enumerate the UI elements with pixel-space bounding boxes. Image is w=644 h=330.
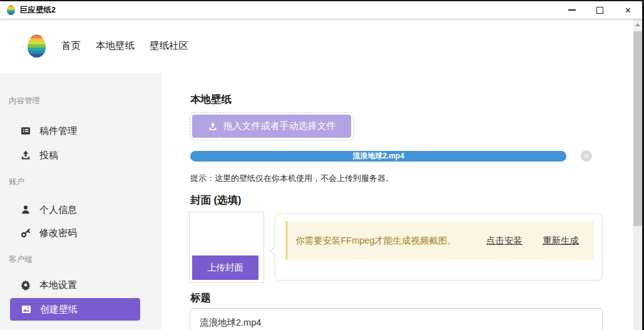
uploaded-filename: 流浪地球2.mp4 xyxy=(190,151,566,162)
upload-icon xyxy=(208,121,218,131)
sidebar-section-account: 账户 xyxy=(9,177,24,187)
upload-progress-bar: 流浪地球2.mp4 xyxy=(190,151,566,162)
sidebar-item-submit[interactable]: 投稿 xyxy=(0,147,161,164)
image-icon xyxy=(21,304,32,315)
select-file-button[interactable]: 拖入文件或者手动选择文件 xyxy=(192,115,351,138)
cover-section-title: 封面 (选填) xyxy=(190,193,242,207)
maximize-icon xyxy=(596,7,603,14)
ffmpeg-warning-alert: 你需要安装FFmpeg才能生成视频截图。 点击安装 重新生成 xyxy=(285,221,594,260)
sidebar-item-label: 稿件管理 xyxy=(39,125,77,137)
scrollbar-thumb[interactable] xyxy=(633,31,642,226)
document-list-icon xyxy=(20,125,31,137)
select-file-label: 拖入文件或者手动选择文件 xyxy=(223,120,336,132)
app-header: 首页 本地壁纸 壁纸社区 xyxy=(0,19,633,73)
sidebar-item-label: 投稿 xyxy=(39,150,58,162)
local-only-hint: 提示：这里的壁纸仅在你本机使用，不会上传到服务器。 xyxy=(190,173,394,184)
main-nav: 首页 本地壁纸 壁纸社区 xyxy=(61,39,188,53)
sidebar-section-content: 内容管理 xyxy=(9,96,40,106)
cover-preview-box: 上传封面 xyxy=(189,212,264,283)
window-title: 巨应壁纸2 xyxy=(20,5,56,16)
person-icon xyxy=(20,204,31,215)
ffmpeg-warning-actions: 点击安装 重新生成 xyxy=(486,235,579,247)
close-icon: ✕ xyxy=(625,6,631,14)
sidebar: 内容管理 稿件管理 投稿 账户 个人信息 修改密码 客户端 本地设置 创建壁纸 xyxy=(0,73,161,330)
close-button[interactable]: ✕ xyxy=(614,1,642,19)
title-field-label: 标题 xyxy=(190,291,211,305)
remove-file-button[interactable]: ✕ xyxy=(581,150,592,162)
minimize-button[interactable] xyxy=(558,1,586,19)
sidebar-item-change-password[interactable]: 修改密码 xyxy=(0,224,161,242)
maximize-button[interactable] xyxy=(586,1,614,19)
app-window: 巨应壁纸2 ✕ 首页 本地壁纸 壁纸社区 内容管理 稿件管理 投稿 账户 个人信… xyxy=(0,0,644,330)
upload-cover-button[interactable]: 上传封面 xyxy=(192,255,258,280)
upload-icon xyxy=(20,150,31,161)
nav-local-wallpaper[interactable]: 本地壁纸 xyxy=(96,39,135,53)
app-logo-icon xyxy=(28,34,46,58)
minimize-icon xyxy=(568,9,576,11)
sidebar-item-create-wallpaper[interactable]: 创建壁纸 xyxy=(10,298,140,321)
sidebar-item-profile[interactable]: 个人信息 xyxy=(0,201,161,219)
window-controls: ✕ xyxy=(558,1,642,19)
nav-wallpaper-community[interactable]: 壁纸社区 xyxy=(150,39,188,53)
page-title: 本地壁纸 xyxy=(190,93,232,106)
sidebar-section-client: 客户端 xyxy=(9,254,33,265)
nav-home[interactable]: 首页 xyxy=(61,39,81,53)
app-logo-icon xyxy=(7,5,15,15)
popover-arrow xyxy=(271,246,277,256)
sidebar-item-label: 个人信息 xyxy=(39,204,77,216)
close-icon: ✕ xyxy=(583,152,589,160)
key-icon xyxy=(20,227,31,239)
file-drop-zone: 拖入文件或者手动选择文件 xyxy=(190,112,354,140)
sidebar-item-label: 本地设置 xyxy=(39,279,77,291)
ffmpeg-warning-message: 你需要安装FFmpeg才能生成视频截图。 xyxy=(295,234,478,248)
wallpaper-title-input[interactable] xyxy=(190,308,603,330)
sidebar-item-label: 创建壁纸 xyxy=(40,304,78,316)
titlebar: 巨应壁纸2 ✕ xyxy=(0,1,642,19)
sidebar-item-local-settings[interactable]: 本地设置 xyxy=(0,276,161,294)
install-ffmpeg-link[interactable]: 点击安装 xyxy=(486,235,523,247)
ffmpeg-warning-popover: 你需要安装FFmpeg才能生成视频截图。 点击安装 重新生成 xyxy=(275,214,603,281)
window-border-top xyxy=(0,0,644,1)
vertical-scrollbar[interactable] xyxy=(633,19,642,330)
regenerate-thumbnail-link[interactable]: 重新生成 xyxy=(543,235,579,247)
sidebar-item-manuscripts[interactable]: 稿件管理 xyxy=(0,122,161,140)
sidebar-item-label: 修改密码 xyxy=(39,227,77,239)
scroll-up-arrow-icon[interactable] xyxy=(635,23,640,26)
main-content: 本地壁纸 拖入文件或者手动选择文件 流浪地球2.mp4 ✕ 提示：这里的壁纸仅在… xyxy=(161,73,633,330)
gear-icon xyxy=(20,279,31,291)
